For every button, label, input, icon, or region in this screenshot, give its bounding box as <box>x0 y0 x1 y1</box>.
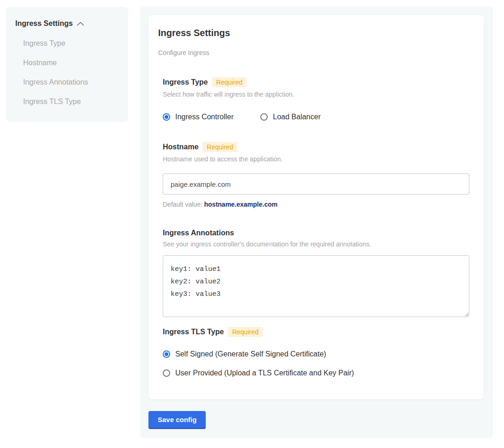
field-group-ingress-tls-type: Ingress TLS Type Required Self Signed (G… <box>163 327 469 377</box>
default-value-prefix: Default value: <box>163 201 204 208</box>
radio-unselected-icon <box>163 369 170 377</box>
ingress-annotations-help-text: See your ingress controller's documentat… <box>163 240 469 248</box>
ingress-settings-card: Ingress Settings Configure Ingress Ingre… <box>148 15 484 399</box>
ingress-type-radio-group: Ingress Controller Load Balancer <box>163 113 469 121</box>
ingress-tls-type-label: Ingress TLS Type <box>163 328 224 336</box>
hostname-default-value-line: Default value: hostname.example.com <box>163 201 469 208</box>
radio-self-signed[interactable]: Self Signed (Generate Self Signed Certif… <box>163 350 469 358</box>
sidebar-item-list: Ingress Type Hostname Ingress Annotation… <box>23 40 119 105</box>
save-config-button[interactable]: Save config <box>148 411 206 429</box>
required-badge: Required <box>203 142 237 152</box>
sidebar-item-hostname[interactable]: Hostname <box>23 59 119 67</box>
field-group-hostname: Hostname Required Hostname used to acces… <box>163 142 469 208</box>
config-main-panel: Ingress Settings Configure Ingress Ingre… <box>140 6 493 438</box>
required-badge: Required <box>212 77 247 87</box>
radio-load-balancer-label: Load Balancer <box>273 113 320 121</box>
required-badge: Required <box>228 327 263 337</box>
radio-user-provided[interactable]: User Provided (Upload a TLS Certificate … <box>163 369 469 377</box>
radio-self-signed-label: Self Signed (Generate Self Signed Certif… <box>175 350 326 358</box>
hostname-help-text: Hostname used to access the application. <box>163 155 469 163</box>
ingress-type-help-text: Select how traffic will ingress to the a… <box>163 91 469 98</box>
default-value-link[interactable]: hostname.example.com <box>204 201 278 208</box>
field-group-ingress-annotations: Ingress Annotations See your ingress con… <box>163 229 469 317</box>
radio-selected-icon <box>163 350 170 358</box>
sidebar-group-title: Ingress Settings <box>15 19 73 28</box>
page-subtitle: Configure Ingress <box>158 49 469 56</box>
ingress-annotations-textarea[interactable]: key1: value1 key2: value2 key3: value3 <box>163 255 469 317</box>
hostname-input[interactable] <box>163 173 469 195</box>
ingress-annotations-label: Ingress Annotations <box>163 229 234 237</box>
page-title: Ingress Settings <box>158 28 469 38</box>
sidebar-item-ingress-annotations[interactable]: Ingress Annotations <box>23 79 119 86</box>
sidebar-group-ingress-settings[interactable]: Ingress Settings <box>15 19 119 28</box>
ingress-tls-type-radio-group: Self Signed (Generate Self Signed Certif… <box>163 350 469 377</box>
sidebar-item-ingress-tls-type[interactable]: Ingress TLS Type <box>23 98 119 105</box>
radio-selected-icon <box>163 113 170 121</box>
hostname-label: Hostname <box>163 143 198 151</box>
radio-unselected-icon <box>260 113 268 121</box>
radio-ingress-controller[interactable]: Ingress Controller <box>163 113 234 121</box>
config-nav-sidebar: Ingress Settings Ingress Type Hostname I… <box>6 7 128 122</box>
field-group-ingress-type: Ingress Type Required Select how traffic… <box>163 77 469 121</box>
radio-ingress-controller-label: Ingress Controller <box>175 113 234 121</box>
chevron-up-icon <box>77 22 84 26</box>
sidebar-item-ingress-type[interactable]: Ingress Type <box>23 40 119 47</box>
radio-load-balancer[interactable]: Load Balancer <box>260 113 320 121</box>
radio-user-provided-label: User Provided (Upload a TLS Certificate … <box>175 369 354 377</box>
ingress-type-label: Ingress Type <box>163 78 208 86</box>
